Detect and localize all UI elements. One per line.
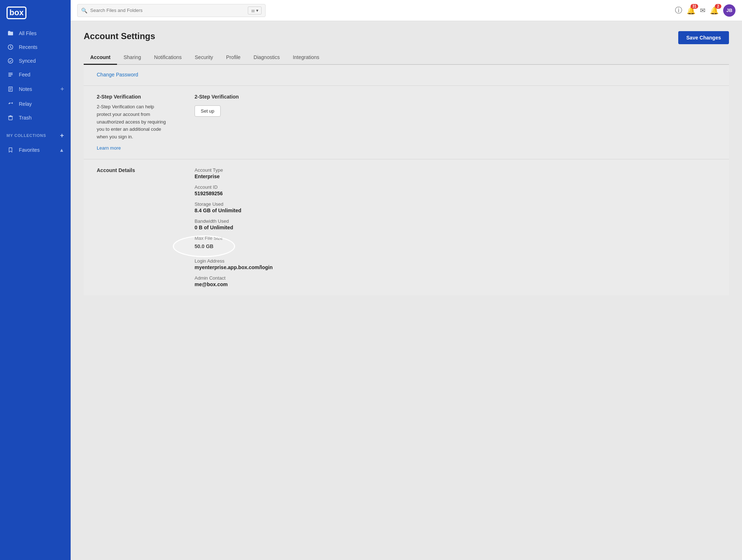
alerts-button[interactable]: 🔔 2 <box>710 6 719 15</box>
sidebar-item-all-files[interactable]: All Files <box>0 26 71 40</box>
settings-card: Change Password 2-Step Verification 2-St… <box>84 65 729 295</box>
max-file-size-label: Max File Size <box>195 235 716 241</box>
two-step-title: 2-Step Verification <box>97 94 168 100</box>
tab-sharing[interactable]: Sharing <box>117 51 147 65</box>
sidebar-item-label: Trash <box>19 115 32 121</box>
tab-notifications[interactable]: Notifications <box>147 51 188 65</box>
login-address-label: Login Address <box>195 258 716 264</box>
sidebar-item-label: Favorites <box>19 147 40 153</box>
notes-icon <box>7 86 14 92</box>
bandwidth-used-label: Bandwidth Used <box>195 218 716 224</box>
account-details-right-col: Account Type Enterprise Account ID 51925… <box>182 167 729 287</box>
account-type-label: Account Type <box>195 167 716 173</box>
two-step-section: 2-Step Verification 2-Step Verification … <box>84 86 729 159</box>
trash-icon <box>7 115 14 121</box>
tab-integrations[interactable]: Integrations <box>286 51 326 65</box>
page-header: Account Settings Save Changes <box>84 31 729 44</box>
svg-rect-3 <box>8 74 13 75</box>
two-step-description: 2-Step Verification can help protect you… <box>97 103 168 141</box>
search-filter-button[interactable]: ⚌ ▾ <box>248 7 262 14</box>
storage-used-label: Storage Used <box>195 201 716 207</box>
svg-rect-2 <box>8 73 13 74</box>
collections-section-label: My Collections + <box>0 127 71 141</box>
sidebar-item-label: Synced <box>19 58 36 64</box>
tab-security[interactable]: Security <box>188 51 220 65</box>
tab-diagnostics[interactable]: Diagnostics <box>247 51 286 65</box>
logo-box-icon: box <box>7 7 26 19</box>
topbar: 🔍 ⚌ ▾ ⓘ 🔔 31 ✉ 🔔 2 JB <box>71 0 742 21</box>
favorites-chevron-button[interactable]: ▲ <box>59 147 64 153</box>
collections-add-button[interactable]: + <box>60 132 64 139</box>
sidebar-item-label: Notes <box>19 86 32 92</box>
sidebar-item-favorites[interactable]: Favorites ▲ <box>0 143 71 157</box>
admin-contact-label: Admin Contact <box>195 275 716 281</box>
svg-rect-4 <box>8 76 11 76</box>
change-password-section: Change Password <box>84 65 729 86</box>
sidebar-item-label: Feed <box>19 72 30 78</box>
sidebar-item-label: All Files <box>19 30 37 36</box>
svg-rect-8 <box>9 117 12 120</box>
user-avatar-button[interactable]: JB <box>723 4 735 17</box>
search-bar[interactable]: 🔍 ⚌ ▾ <box>77 4 266 17</box>
envelope-icon: ✉ <box>700 7 705 14</box>
sidebar-item-feed[interactable]: Feed <box>0 68 71 82</box>
two-step-left-col: 2-Step Verification 2-Step Verification … <box>84 94 182 151</box>
page-title: Account Settings <box>84 31 155 41</box>
account-id-value: 5192589256 <box>195 191 716 196</box>
notifications-button[interactable]: 🔔 31 <box>687 6 696 15</box>
account-details-left-col: Account Details <box>84 167 182 287</box>
max-file-size-highlight: 50.0 GB <box>195 243 213 250</box>
logo[interactable]: box <box>0 0 71 24</box>
sidebar-item-relay[interactable]: Relay <box>0 97 71 111</box>
bookmark-icon <box>7 147 14 153</box>
main-content: 🔍 ⚌ ▾ ⓘ 🔔 31 ✉ 🔔 2 JB <box>71 0 742 560</box>
account-details-section: Account Details Account Type Enterprise … <box>84 159 729 295</box>
sidebar-nav: All Files Recents Synced Feed <box>0 24 71 127</box>
tab-account[interactable]: Account <box>84 51 117 65</box>
help-button[interactable]: ⓘ <box>675 5 682 15</box>
storage-used-value: 8.4 GB of Unlimited <box>195 208 716 213</box>
account-details-title: Account Details <box>97 167 168 173</box>
change-password-link[interactable]: Change Password <box>97 72 138 78</box>
avatar-initials: JB <box>726 8 733 13</box>
settings-tabs: Account Sharing Notifications Security P… <box>84 51 729 65</box>
two-step-columns: 2-Step Verification 2-Step Verification … <box>84 94 729 151</box>
sidebar-item-recents[interactable]: Recents <box>0 40 71 54</box>
sidebar-item-label: Recents <box>19 44 37 50</box>
content-area: Account Settings Save Changes Account Sh… <box>71 21 742 560</box>
login-address-value: myenterprise.app.box.com/login <box>195 264 716 270</box>
sidebar-item-label: Relay <box>19 101 32 107</box>
tab-profile[interactable]: Profile <box>220 51 247 65</box>
notes-add-button[interactable]: + <box>60 85 64 93</box>
svg-point-1 <box>8 58 13 63</box>
sidebar: box All Files Recents Synced <box>0 0 71 560</box>
sidebar-item-notes[interactable]: Notes + <box>0 82 71 97</box>
help-icon: ⓘ <box>675 5 682 15</box>
sidebar-item-synced[interactable]: Synced <box>0 54 71 68</box>
two-step-right-title: 2-Step Verification <box>195 94 716 100</box>
clock-icon <box>7 44 14 50</box>
check-circle-icon <box>7 58 14 64</box>
search-input[interactable] <box>90 8 246 13</box>
account-id-label: Account ID <box>195 184 716 190</box>
feed-icon <box>7 72 14 78</box>
relay-icon <box>7 101 14 107</box>
topbar-actions: ⓘ 🔔 31 ✉ 🔔 2 JB <box>675 4 735 17</box>
sidebar-item-trash[interactable]: Trash <box>0 111 71 125</box>
alerts-badge: 2 <box>715 4 721 9</box>
folder-icon <box>7 30 14 36</box>
bandwidth-used-value: 0 B of Unlimited <box>195 225 716 230</box>
save-changes-button[interactable]: Save Changes <box>678 31 729 44</box>
max-file-size-value: 50.0 GB <box>195 243 213 249</box>
account-details-columns: Account Details Account Type Enterprise … <box>84 167 729 287</box>
admin-contact-value: me@box.com <box>195 281 716 287</box>
search-icon: 🔍 <box>81 8 87 13</box>
messages-button[interactable]: ✉ <box>700 7 705 14</box>
setup-button[interactable]: Set up <box>195 105 221 117</box>
notifications-badge: 31 <box>691 4 698 9</box>
learn-more-link[interactable]: Learn more <box>97 145 121 151</box>
filter-icon: ⚌ ▾ <box>251 8 258 13</box>
account-type-value: Enterprise <box>195 174 716 179</box>
collections-nav: Favorites ▲ <box>0 141 71 159</box>
two-step-right-col: 2-Step Verification Set up <box>182 94 729 151</box>
